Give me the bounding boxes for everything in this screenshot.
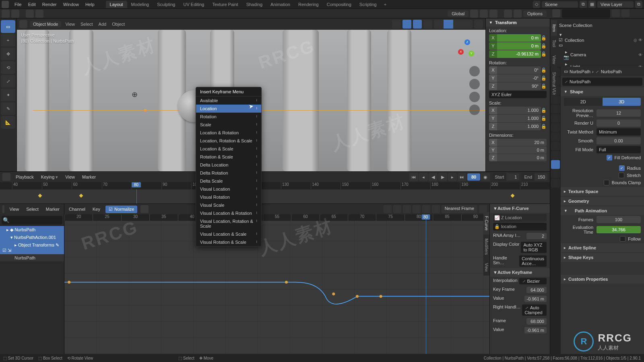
lock-icon[interactable]: 🔓 [541,74,547,82]
shading-solid[interactable] [444,20,453,29]
snap-toggle-icon[interactable] [480,10,488,18]
scale-y[interactable]: 1.000 [497,115,541,122]
tab-modeling[interactable]: Modeling [127,1,153,8]
persp-icon[interactable] [469,105,480,115]
active-kf-header[interactable]: ▼ Active Keyframe [490,268,550,277]
lock-icon[interactable]: 🔓 [541,115,547,122]
ctx-item[interactable]: ScaleI [196,121,261,129]
ctx-item[interactable]: Visual RotationI [196,193,261,201]
viewlayer-field[interactable]: View Layer [597,1,634,8]
tool-select-box[interactable]: ▭ [1,20,15,33]
interp-dd[interactable]: ⟋ Bezier [519,278,547,284]
res-preview[interactable]: 12 [597,109,641,117]
prev-key-icon[interactable]: ◂ [419,173,428,181]
rot-z[interactable]: 90° [497,82,541,90]
tool-transform[interactable]: ✦ [1,88,15,101]
tab-sculpting[interactable]: Sculpting [153,1,179,8]
shading-matprev[interactable] [453,20,463,29]
customprops-header[interactable]: ▸Custom Properties [561,275,644,284]
lock-icon[interactable]: 🔓 [541,123,547,130]
tool-measure[interactable]: 📐 [1,116,15,129]
menu-render[interactable]: Render [39,1,60,8]
cursor-icon[interactable] [2,10,10,18]
zoom-icon[interactable] [469,66,480,76]
shading-wireframe[interactable] [434,20,444,29]
npanel-tab-item[interactable]: Item [551,20,557,36]
scene-field[interactable]: Scene [542,1,578,8]
current-frame[interactable]: 80 [467,173,480,181]
snap-mode-dd[interactable]: Nearest Frame [442,205,477,213]
misc1-icon[interactable] [504,10,512,18]
ctx-item[interactable]: Delta RotationI [196,169,261,177]
rna-index[interactable]: 2 [526,233,547,239]
loc-x[interactable]: 0 m [497,34,541,42]
ctx-item[interactable]: Visual Location & RotationI [196,209,261,217]
pt-modifier-icon[interactable] [551,123,560,132]
tab-script[interactable]: Scripting [355,1,381,8]
scale-x[interactable]: 1.000 [497,107,541,114]
tl-menu-view[interactable]: View [63,174,77,180]
pt-material-icon[interactable] [551,169,560,178]
pt-texture-icon[interactable] [551,179,560,187]
vp-menu-select[interactable]: Select [79,22,95,27]
snap2-icon[interactable] [35,10,43,18]
npanel-tab-tool[interactable]: Tool [551,36,557,51]
display-color-dd[interactable]: Auto XYZ to RGB [521,242,547,253]
ge-btn3-icon[interactable] [403,205,411,213]
scale-z[interactable]: 1.000 [497,123,541,130]
lock-icon[interactable]: 🔓 [541,82,547,90]
vp-menu-add[interactable]: Add [97,22,108,27]
npanel-tab-shortcut[interactable]: Shortcut VUr [551,68,557,99]
filter2-icon[interactable] [621,9,630,17]
ctx-item[interactable]: Location, Rotation & ScaleI [196,137,261,145]
vp-menu-view[interactable]: View [64,22,76,27]
mode-dropdown[interactable]: Object Mode [30,21,61,27]
scene-new-icon[interactable]: ⧉ [580,1,587,8]
tl-menu-playback[interactable]: Playback [14,174,36,180]
select-icon[interactable] [11,10,19,18]
ctx-item[interactable]: Location & RotationI [196,129,261,137]
ctx-item[interactable]: Visual Location, Rotation & ScaleI [196,217,261,230]
ge-menu-view[interactable]: View [8,206,21,212]
tab-uv[interactable]: UV Editing [179,1,208,8]
render-u[interactable]: 0 [597,119,641,127]
autokey-icon[interactable]: ◉ [481,173,490,181]
pathanim-header[interactable]: ▼Path Animation [561,206,644,215]
texspace-header[interactable]: ▸Texture Space [561,187,644,196]
pt-object-icon[interactable] [551,114,560,123]
datablock-name[interactable]: ⟋ NurbsPath [562,78,642,86]
kf-value[interactable]: -0.961 m [524,296,547,302]
pt-world-icon[interactable] [551,105,560,113]
keyframe-icon[interactable] [79,194,83,198]
menu-edit[interactable]: Edit [25,1,39,8]
ge-search-input[interactable] [2,216,62,224]
ge-btn2-icon[interactable] [393,205,401,213]
geometry-header[interactable]: ▸Geometry [561,197,644,206]
lock-icon[interactable]: 🔓 [541,50,547,58]
snap-icon[interactable] [26,10,34,18]
pan-icon[interactable] [469,79,480,89]
follow-chk[interactable] [620,236,625,242]
dim-y[interactable]: 0 m [497,146,547,154]
ge-btn4-icon[interactable] [413,205,421,213]
2d-button[interactable]: 2D [564,98,603,106]
normalize-toggle[interactable]: ☑ Normalize [105,206,138,213]
visibility-icon[interactable] [392,20,401,29]
tab-layout[interactable]: Layout [106,1,127,8]
frames-val[interactable]: 100 [597,216,641,223]
nav-gizmo[interactable]: ZXY [455,38,479,62]
gizmo-toggle-icon[interactable] [402,20,411,29]
vp-menu-object[interactable]: Object [110,22,126,27]
keyframe-icon[interactable] [511,194,515,198]
shapekeys-header[interactable]: ▸Shape Keys [561,253,644,262]
twist-dd[interactable]: Minimum [597,128,641,136]
tab-comp[interactable]: Compositing [323,1,355,8]
rna-path[interactable]: 🔒 location [493,223,547,230]
pivot-icon[interactable] [470,10,478,18]
tl-editor-type-icon[interactable] [2,173,10,181]
kf-frame[interactable]: 64.000 [526,287,547,293]
outliner-row[interactable]: ▾ ◇Scene Collection [550,19,644,31]
pt-physics-icon[interactable] [551,142,560,150]
fill-dd[interactable]: Full [597,146,641,153]
misc2-icon[interactable] [514,10,522,18]
